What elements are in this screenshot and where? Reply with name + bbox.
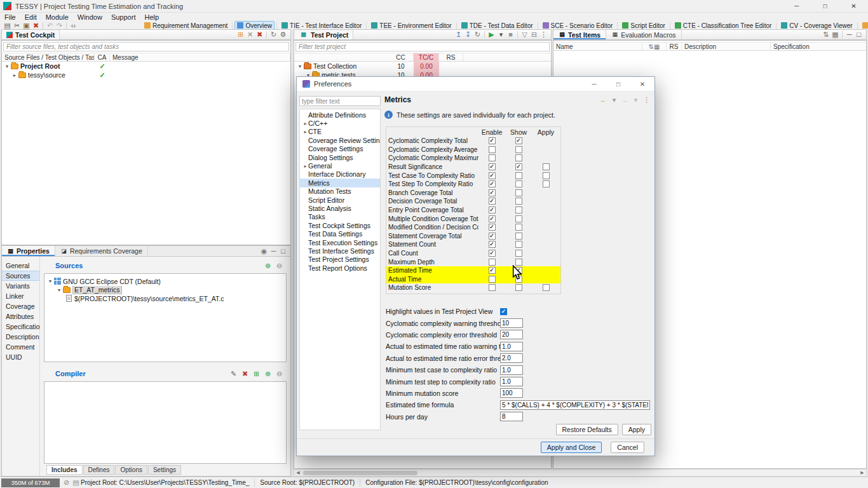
menu-edit[interactable]: Edit: [20, 13, 41, 21]
metric-show-checkbox[interactable]: [515, 146, 522, 153]
run-tests-icon[interactable]: ▶: [487, 30, 496, 39]
tab-test-project[interactable]: ▦ Test Project: [294, 30, 353, 39]
expand-arrow-icon[interactable]: ▸: [302, 163, 308, 169]
pref-tree-item-metrics[interactable]: Metrics: [300, 179, 380, 187]
pref-tree-item-test-data-settings[interactable]: Test Data Settings: [300, 229, 380, 238]
scroll-right-icon[interactable]: ▶: [858, 470, 866, 475]
delete-icon[interactable]: ✖: [31, 21, 41, 30]
pref-tree-item-dialog-settings[interactable]: Dialog Settings: [300, 153, 380, 161]
horizontal-scrollbar[interactable]: ◀ ▶: [294, 469, 867, 477]
metric-enable-checkbox[interactable]: [489, 172, 496, 179]
expand-arrow-icon[interactable]: ▸: [11, 72, 18, 78]
pref-tree-item-attribute-definitions[interactable]: Attribute Definitions: [300, 111, 380, 119]
pref-tree-item-static-analysis[interactable]: Static Analysis: [300, 204, 380, 212]
pref-tree-item-script-editor[interactable]: Script Editor: [300, 196, 380, 204]
back-dropdown-icon[interactable]: ▾: [609, 95, 619, 104]
new-module-icon[interactable]: ⊞: [236, 30, 245, 39]
cockpit-row-tessy-source[interactable]: ▸tessy\source✓: [2, 71, 290, 79]
add-source-icon[interactable]: ⊕: [263, 261, 273, 270]
maximize-view-icon[interactable]: □: [854, 30, 864, 39]
menu-module[interactable]: Module: [41, 13, 73, 21]
props-sidebar-sources[interactable]: Sources: [2, 271, 39, 281]
window-close-button[interactable]: ✕: [839, 0, 868, 12]
metric-show-checkbox[interactable]: [515, 154, 522, 161]
back-icon[interactable]: ←: [599, 95, 608, 104]
metric-enable-checkbox[interactable]: [489, 154, 496, 161]
forward-dropdown-icon[interactable]: ▾: [631, 95, 641, 104]
metric-show-checkbox[interactable]: [515, 163, 522, 170]
pref-tree-item-test-project-settings[interactable]: Test Project Settings: [300, 255, 380, 264]
col-rs[interactable]: RS: [667, 43, 682, 50]
perspective-requirement-management[interactable]: Requirement Management: [142, 21, 230, 30]
dialog-minimize-button[interactable]: ─: [582, 77, 606, 91]
metric-show-checkbox[interactable]: [515, 224, 522, 231]
redo-icon[interactable]: ↷: [55, 21, 64, 30]
option-input[interactable]: [500, 400, 650, 410]
cockpit-row-project-root[interactable]: ▾Project Root✓: [2, 62, 290, 71]
col-cc[interactable]: CC: [388, 53, 414, 61]
pref-tree-item-interface-dictionary[interactable]: Interface Dictionary: [300, 170, 380, 179]
expand-arrow-icon[interactable]: ▸: [302, 121, 308, 126]
metric-enable-checkbox[interactable]: [489, 250, 496, 257]
metric-show-checkbox[interactable]: [515, 241, 522, 248]
props-tab-options[interactable]: Options: [115, 465, 147, 475]
filter-icon[interactable]: ▽: [520, 30, 529, 39]
settings-gear-icon[interactable]: ⚙: [278, 30, 288, 39]
perspective-sce-scenario-editor[interactable]: SCE - Scenario Editor: [540, 21, 616, 30]
view-tab-properties[interactable]: ▤Properties: [2, 246, 55, 256]
collapse-arrow-icon[interactable]: ▾: [297, 64, 303, 69]
scroll-left-icon[interactable]: ◀: [294, 470, 302, 475]
metric-enable-checkbox[interactable]: [489, 137, 496, 144]
col-tcc[interactable]: TC/C: [414, 53, 439, 61]
apply-button[interactable]: Apply: [622, 424, 651, 435]
run-dropdown-icon[interactable]: ▾: [496, 30, 506, 39]
menu-support[interactable]: Support: [107, 13, 140, 21]
perspective-tee-environment-editor[interactable]: TEE - Environment Editor: [369, 21, 454, 30]
pin-icon[interactable]: ◉: [259, 247, 269, 255]
option-input[interactable]: [500, 377, 523, 386]
props-tab-includes[interactable]: Includes: [46, 465, 83, 475]
metric-apply-checkbox[interactable]: [543, 180, 550, 187]
col-rs[interactable]: RS: [439, 53, 463, 61]
pref-tree-item-test-cockpit-settings[interactable]: Test Cockpit Settings: [300, 221, 380, 229]
tp-filter-input[interactable]: [295, 42, 550, 51]
metric-show-checkbox[interactable]: [515, 137, 522, 144]
metric-enable-checkbox[interactable]: [489, 215, 496, 222]
sort-icon[interactable]: ⇅: [821, 30, 831, 39]
props-sidebar-variants[interactable]: Variants: [2, 281, 39, 291]
props-sidebar-uuid[interactable]: UUID: [2, 352, 39, 362]
view-tab-requirements-coverage[interactable]: ◪Requirements Coverage: [55, 246, 148, 256]
props-sidebar-coverage[interactable]: Coverage: [2, 301, 39, 311]
tp-row-test-collection[interactable]: ▾Test Collection100.00: [294, 62, 551, 71]
cockpit-filter-input[interactable]: [3, 42, 289, 51]
cancel-button[interactable]: Cancel: [611, 442, 644, 453]
collapse-all-icon[interactable]: ⊟: [529, 30, 539, 39]
props-sidebar-linker[interactable]: Linker: [2, 291, 39, 301]
pref-filter-input[interactable]: [299, 96, 381, 106]
props-sidebar-specification[interactable]: Specification: [2, 322, 39, 332]
minimize-view-icon[interactable]: ─: [844, 30, 854, 39]
props-sidebar-attributes[interactable]: Attributes: [2, 311, 39, 322]
pref-tree-item-mutation-tests[interactable]: Mutation Tests: [300, 187, 380, 196]
close-icon[interactable]: ✕: [245, 30, 255, 39]
collapse-arrow-icon[interactable]: ▾: [47, 278, 53, 284]
window-maximize-button[interactable]: □: [811, 0, 839, 12]
expand-arrow-icon[interactable]: ▸: [302, 129, 308, 135]
perspective-cv-coverage-viewer[interactable]: CV - Coverage Viewer: [778, 21, 855, 30]
props-sidebar-description[interactable]: Description: [2, 332, 39, 342]
refresh-icon[interactable]: ↻: [269, 30, 278, 39]
metric-apply-checkbox[interactable]: [543, 163, 550, 170]
metric-enable-checkbox[interactable]: [489, 163, 496, 170]
columns-icon[interactable]: ▦: [831, 30, 840, 39]
stop-icon[interactable]: ■: [506, 30, 515, 39]
col-source-files[interactable]: Source Files / Test Objects / Tasks: [2, 53, 95, 61]
col-name[interactable]: Name: [553, 43, 642, 50]
metric-enable-checkbox[interactable]: [489, 284, 496, 291]
metric-enable-checkbox[interactable]: [489, 146, 496, 153]
option-input[interactable]: [500, 330, 523, 339]
perspective-tie-test-interface-editor[interactable]: TIE - Test Interface Editor: [279, 21, 364, 30]
heap-status[interactable]: 350M of 673M: [1, 478, 60, 487]
tab-test-cockpit[interactable]: Test Cockpit: [2, 30, 60, 39]
pref-tree-item-test-report-options[interactable]: Test Report Options: [300, 264, 380, 272]
col-message[interactable]: Message: [110, 53, 290, 61]
